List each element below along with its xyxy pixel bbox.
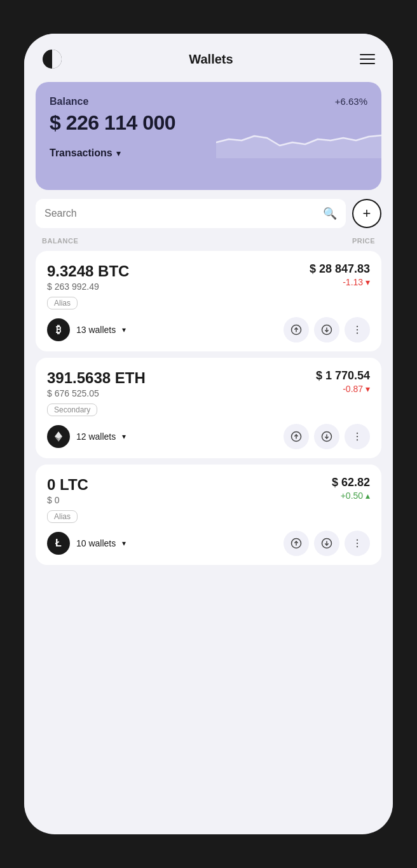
coin-usd-ltc: $ 0 bbox=[47, 495, 88, 505]
coin-alias-eth: Secondary bbox=[47, 403, 97, 416]
coin-wallet-info-eth[interactable]: 12 wallets ▾ bbox=[47, 425, 126, 448]
ltc-receive-button[interactable] bbox=[314, 531, 339, 556]
coin-price-eth: $ 1 770.54 bbox=[316, 369, 370, 383]
coin-card-btc: 9.3248 BTC $ 263 992.49 $ 28 847.83 -1.1… bbox=[36, 251, 381, 351]
coin-card-eth: 391.5638 ETH $ 676 525.05 $ 1 770.54 -0.… bbox=[36, 358, 381, 458]
coins-list: 9.3248 BTC $ 263 992.49 $ 28 847.83 -1.1… bbox=[24, 248, 393, 834]
eth-logo-icon bbox=[47, 425, 70, 448]
coin-wallet-info-ltc[interactable]: Ł 10 wallets ▾ bbox=[47, 532, 126, 555]
add-wallet-button[interactable]: + bbox=[352, 199, 381, 228]
search-section: 🔍 + bbox=[24, 199, 393, 233]
eth-actions bbox=[284, 424, 370, 449]
svg-point-23 bbox=[357, 543, 358, 544]
coin-price-ltc: $ 62.82 bbox=[332, 476, 370, 489]
balance-column-header: BALANCE bbox=[42, 237, 78, 245]
ltc-logo-icon: Ł bbox=[47, 532, 70, 555]
column-headers: BALANCE PRICE bbox=[24, 233, 393, 248]
eth-wallets-count: 12 wallets bbox=[76, 431, 116, 442]
svg-point-24 bbox=[357, 546, 358, 547]
coin-change-eth: -0.87 ▾ bbox=[316, 384, 370, 394]
svg-point-22 bbox=[357, 539, 358, 541]
transactions-label: Transactions bbox=[50, 147, 113, 159]
coin-amount-ltc: 0 LTC bbox=[47, 476, 88, 494]
coin-card-ltc: 0 LTC $ 0 $ 62.82 +0.50 ▴ Alias Ł 10 wal… bbox=[36, 465, 381, 565]
svg-point-17 bbox=[357, 439, 358, 440]
svg-point-15 bbox=[357, 433, 358, 434]
coin-price-btc: $ 28 847.83 bbox=[310, 262, 370, 276]
phone-shell: Wallets Balance +6.63% $ 226 114 000 Tra… bbox=[0, 0, 417, 868]
balance-percent: +6.63% bbox=[335, 96, 367, 107]
btc-send-button[interactable] bbox=[284, 317, 309, 342]
price-column-header: PRICE bbox=[352, 237, 375, 245]
eth-more-button[interactable] bbox=[345, 424, 370, 449]
menu-button[interactable] bbox=[360, 54, 375, 64]
btc-wallets-count: 13 wallets bbox=[76, 325, 116, 335]
btc-more-button[interactable] bbox=[345, 317, 370, 342]
coin-change-ltc: +0.50 ▴ bbox=[332, 491, 370, 501]
balance-label: Balance bbox=[50, 96, 88, 107]
ltc-wallets-count: 10 wallets bbox=[76, 538, 116, 548]
app-header: Wallets bbox=[24, 34, 393, 77]
eth-send-button[interactable] bbox=[284, 424, 309, 449]
coin-usd-btc: $ 263 992.49 bbox=[47, 281, 129, 292]
btc-logo-icon: ₿ bbox=[47, 318, 70, 341]
coin-usd-eth: $ 676 525.05 bbox=[47, 388, 146, 398]
svg-point-5 bbox=[357, 326, 358, 327]
ltc-send-button[interactable] bbox=[284, 531, 309, 556]
coin-alias-btc: Alias bbox=[47, 297, 78, 309]
coin-amount-btc: 9.3248 BTC bbox=[47, 262, 129, 280]
balance-chart bbox=[216, 107, 381, 158]
svg-point-6 bbox=[357, 329, 358, 330]
btc-wallets-chevron-icon: ▾ bbox=[122, 325, 126, 334]
ltc-more-button[interactable] bbox=[345, 531, 370, 556]
coin-wallet-info-btc[interactable]: ₿ 13 wallets ▾ bbox=[47, 318, 126, 341]
page-title: Wallets bbox=[189, 52, 233, 67]
coin-alias-ltc: Alias bbox=[47, 510, 78, 523]
search-icon: 🔍 bbox=[323, 207, 337, 220]
svg-point-16 bbox=[357, 436, 358, 437]
transactions-chevron-icon: ▾ bbox=[116, 148, 121, 158]
eth-receive-button[interactable] bbox=[314, 424, 339, 449]
coin-change-btc: -1.13 ▾ bbox=[310, 277, 370, 287]
svg-point-7 bbox=[357, 332, 358, 334]
ltc-actions bbox=[284, 531, 370, 556]
search-wrapper: 🔍 bbox=[36, 199, 346, 228]
btc-receive-button[interactable] bbox=[314, 317, 339, 342]
ltc-wallets-chevron-icon: ▾ bbox=[122, 539, 126, 548]
balance-card: Balance +6.63% $ 226 114 000 Transaction… bbox=[36, 82, 381, 190]
eth-wallets-chevron-icon: ▾ bbox=[122, 432, 126, 441]
app-logo bbox=[42, 49, 62, 69]
btc-actions bbox=[284, 317, 370, 342]
search-input[interactable] bbox=[44, 208, 318, 219]
app-container: Wallets Balance +6.63% $ 226 114 000 Tra… bbox=[24, 34, 393, 834]
coin-amount-eth: 391.5638 ETH bbox=[47, 369, 146, 387]
